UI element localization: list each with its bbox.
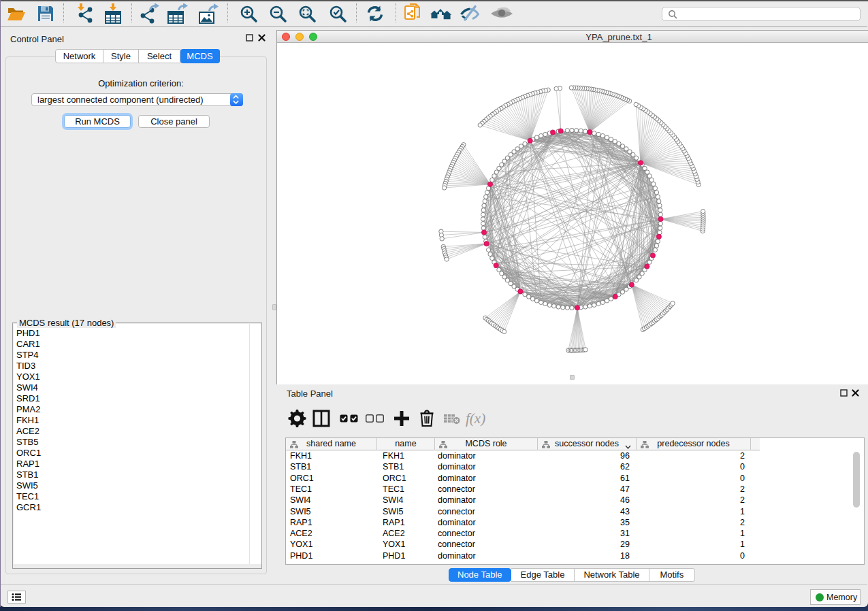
svg-text:f(x): f(x): [466, 410, 485, 427]
